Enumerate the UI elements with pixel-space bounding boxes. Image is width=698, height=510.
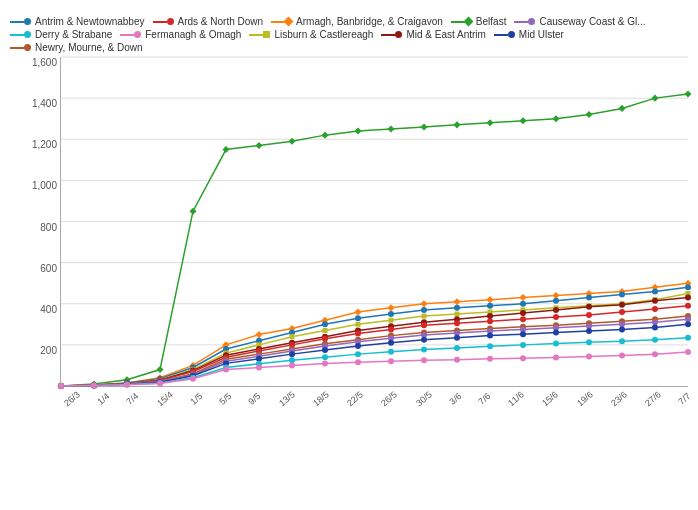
legend-item: Mid & East Antrim — [381, 29, 485, 40]
svg-rect-22 — [519, 117, 526, 124]
legend-line — [249, 34, 263, 36]
legend-item: Derry & Strabane — [10, 29, 112, 40]
svg-point-61 — [487, 303, 493, 309]
chart-svg — [61, 57, 688, 386]
svg-point-175 — [289, 351, 295, 357]
legend-symbol — [395, 31, 402, 38]
svg-point-195 — [289, 357, 295, 363]
y-axis-label: 1,600 — [32, 57, 57, 68]
svg-point-220 — [454, 357, 460, 363]
svg-point-217 — [355, 359, 361, 365]
y-axis-label: 1,400 — [32, 98, 57, 109]
svg-rect-77 — [356, 322, 361, 327]
svg-point-215 — [289, 362, 295, 368]
svg-rect-80 — [455, 312, 460, 317]
svg-rect-11 — [156, 366, 163, 373]
svg-point-119 — [421, 322, 427, 328]
svg-rect-14 — [255, 142, 262, 149]
x-axis-label: 15/4 — [155, 389, 175, 408]
legend-item: Mid Ulster — [494, 29, 564, 40]
legend-line — [381, 34, 395, 36]
svg-point-183 — [553, 330, 559, 336]
x-axis-label: 26/5 — [379, 389, 399, 408]
legend-item: Lisburn & Castlereagh — [249, 29, 373, 40]
legend-symbol — [508, 31, 515, 38]
svg-point-59 — [421, 307, 427, 313]
legend-label: Derry & Strabane — [35, 29, 112, 40]
legend-label: Mid & East Antrim — [406, 29, 485, 40]
legend-symbol — [134, 31, 141, 38]
svg-point-218 — [388, 358, 394, 364]
x-axis-label: 11/6 — [506, 389, 526, 408]
svg-point-63 — [553, 298, 559, 304]
legend-item: Causeway Coast & Gl... — [514, 16, 645, 27]
x-axis-label: 5/5 — [218, 391, 234, 407]
svg-point-57 — [355, 315, 361, 321]
svg-point-104 — [586, 304, 592, 310]
x-axis-label: 1/4 — [96, 391, 112, 407]
svg-point-227 — [685, 349, 691, 355]
svg-point-216 — [322, 360, 328, 366]
legend-symbol — [24, 44, 31, 51]
svg-point-180 — [454, 335, 460, 341]
svg-point-224 — [586, 354, 592, 360]
svg-point-213 — [223, 367, 229, 373]
y-axis-label: 1,200 — [32, 139, 57, 150]
svg-point-127 — [685, 303, 691, 309]
svg-point-56 — [322, 321, 328, 327]
svg-point-125 — [619, 309, 625, 315]
svg-point-120 — [454, 320, 460, 326]
svg-point-105 — [619, 302, 625, 308]
x-axis-label: 30/5 — [414, 389, 434, 408]
y-axis-label: 800 — [40, 221, 57, 232]
svg-rect-42 — [519, 294, 526, 301]
legend-symbol — [263, 31, 270, 38]
legend-symbol — [24, 31, 31, 38]
svg-point-226 — [652, 351, 658, 357]
svg-point-206 — [652, 337, 658, 343]
legend-line — [514, 21, 528, 23]
legend-label: Armagh, Banbridge, & Craigavon — [296, 16, 443, 27]
x-axis-label: 1/5 — [188, 391, 204, 407]
svg-point-196 — [322, 354, 328, 360]
svg-rect-26 — [651, 95, 658, 102]
svg-point-118 — [388, 326, 394, 332]
svg-point-107 — [685, 295, 691, 301]
legend-line — [10, 34, 24, 36]
legend-symbol — [528, 18, 535, 25]
svg-rect-18 — [387, 125, 394, 132]
legend-item: Antrim & Newtownabbey — [10, 16, 145, 27]
legend-line — [120, 34, 134, 36]
svg-point-123 — [553, 314, 559, 320]
legend-label: Belfast — [476, 16, 507, 27]
svg-rect-37 — [354, 308, 361, 315]
x-axis-label: 27/6 — [643, 389, 663, 408]
svg-point-187 — [685, 321, 691, 327]
svg-point-221 — [487, 356, 493, 362]
svg-point-178 — [388, 340, 394, 346]
svg-rect-34 — [255, 331, 262, 338]
legend-symbol — [463, 17, 473, 27]
svg-point-103 — [553, 307, 559, 313]
svg-point-66 — [652, 288, 658, 294]
svg-point-211 — [157, 381, 163, 387]
svg-point-185 — [619, 326, 625, 332]
legend-label: Causeway Coast & Gl... — [539, 16, 645, 27]
svg-point-165 — [619, 321, 625, 327]
svg-point-198 — [388, 349, 394, 355]
svg-point-199 — [421, 346, 427, 352]
svg-rect-38 — [387, 304, 394, 311]
y-axis-label: 600 — [40, 262, 57, 273]
svg-point-205 — [619, 338, 625, 344]
svg-rect-24 — [585, 111, 592, 118]
x-axis-label: 19/6 — [575, 389, 595, 408]
svg-point-209 — [91, 383, 97, 389]
svg-point-225 — [619, 353, 625, 359]
svg-point-184 — [586, 328, 592, 334]
svg-point-124 — [586, 312, 592, 318]
svg-point-203 — [553, 340, 559, 346]
svg-rect-25 — [618, 105, 625, 112]
svg-point-212 — [190, 376, 196, 382]
svg-point-121 — [487, 318, 493, 324]
svg-point-67 — [685, 284, 691, 290]
